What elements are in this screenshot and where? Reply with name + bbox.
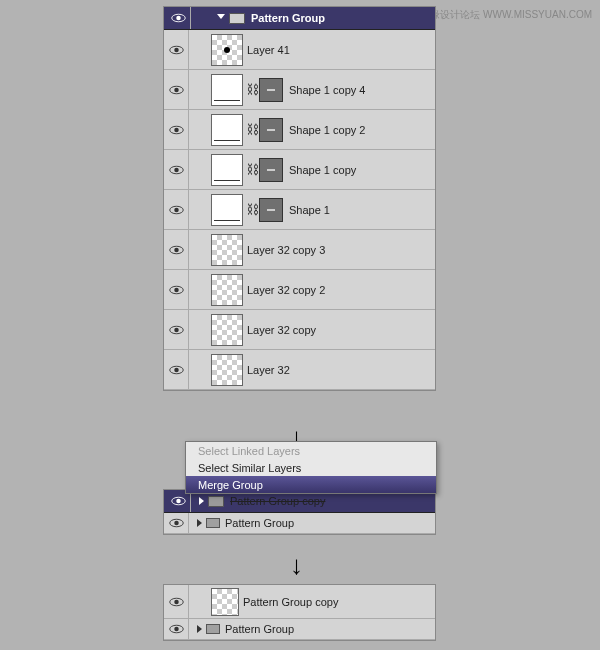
visibility-icon[interactable] (167, 201, 185, 219)
layer-label: Shape 1 (289, 204, 330, 216)
chevron-right-icon[interactable] (197, 519, 202, 527)
svg-point-3 (174, 47, 179, 52)
mask-thumbnail (259, 158, 283, 182)
group-label: Pattern Group (251, 12, 325, 24)
layer-label: Shape 1 copy 2 (289, 124, 365, 136)
visibility-icon[interactable] (167, 593, 185, 611)
group-header[interactable]: Pattern Group (164, 7, 435, 30)
layer-thumbnail (211, 114, 243, 146)
visibility-icon[interactable] (169, 492, 187, 510)
layer-thumbnail (211, 34, 243, 66)
svg-point-23 (174, 521, 179, 526)
layer-label: Pattern Group (225, 517, 294, 529)
watermark-url: WWW.MISSYUAN.COM (483, 9, 592, 20)
svg-point-25 (174, 599, 179, 604)
svg-point-13 (174, 247, 179, 252)
layer-thumbnail (211, 354, 243, 386)
layer-row[interactable]: Layer 32 copy 2 (164, 270, 435, 310)
folder-icon (206, 518, 220, 528)
layer-thumbnail (211, 154, 243, 186)
visibility-icon[interactable] (167, 241, 185, 259)
layer-label: Layer 32 copy (247, 324, 316, 336)
mask-thumbnail (259, 78, 283, 102)
link-icon: ⛓ (247, 122, 257, 137)
folder-icon (206, 624, 220, 634)
visibility-icon[interactable] (167, 81, 185, 99)
layer-row[interactable]: ⛓Shape 1 (164, 190, 435, 230)
layer-thumbnail (211, 194, 243, 226)
svg-point-27 (174, 627, 179, 632)
svg-point-19 (174, 367, 179, 372)
svg-point-9 (174, 167, 179, 172)
layer-row[interactable]: Layer 32 copy (164, 310, 435, 350)
layer-row[interactable]: Pattern Group (164, 513, 435, 534)
layer-row[interactable]: Layer 32 copy 3 (164, 230, 435, 270)
folder-icon (229, 13, 245, 24)
menu-select-similar[interactable]: Select Similar Layers (186, 459, 436, 476)
layer-row[interactable]: ⛓Shape 1 copy (164, 150, 435, 190)
chevron-down-icon[interactable] (217, 14, 225, 23)
svg-point-17 (174, 327, 179, 332)
layer-row[interactable]: Pattern Group copy (164, 585, 435, 619)
layer-label: Layer 32 (247, 364, 290, 376)
visibility-icon[interactable] (167, 161, 185, 179)
layer-label: Layer 32 copy 2 (247, 284, 325, 296)
svg-point-11 (174, 207, 179, 212)
layer-label: Layer 41 (247, 44, 290, 56)
svg-point-21 (176, 499, 181, 504)
layer-thumbnail (211, 234, 243, 266)
arrow-down-icon: ↓ (290, 550, 303, 581)
link-icon: ⛓ (247, 82, 257, 97)
folder-icon (208, 496, 224, 507)
visibility-icon[interactable] (167, 514, 185, 532)
layer-label: Layer 32 copy 3 (247, 244, 325, 256)
layer-thumbnail (211, 588, 239, 616)
link-icon: ⛓ (247, 162, 257, 177)
visibility-icon[interactable] (167, 41, 185, 59)
group-label: Pattern Group copy (230, 495, 325, 507)
layer-thumbnail (211, 314, 243, 346)
mask-thumbnail (259, 118, 283, 142)
layer-label: Pattern Group (225, 623, 294, 635)
layer-label: Shape 1 copy (289, 164, 356, 176)
context-menu: Select Linked Layers Select Similar Laye… (185, 441, 437, 494)
layers-panel-1: Pattern Group Layer 41⛓Shape 1 copy 4⛓Sh… (163, 6, 436, 391)
visibility-icon[interactable] (167, 321, 185, 339)
link-icon: ⛓ (247, 202, 257, 217)
chevron-right-icon[interactable] (199, 497, 204, 505)
mask-thumbnail (259, 198, 283, 222)
layer-label: Pattern Group copy (243, 596, 338, 608)
layer-row[interactable]: Layer 41 (164, 30, 435, 70)
visibility-icon[interactable] (169, 9, 187, 27)
layers-panel-2: Pattern Group copy Pattern Group (163, 489, 436, 535)
chevron-right-icon[interactable] (197, 625, 202, 633)
menu-merge-group[interactable]: Merge Group (186, 476, 436, 493)
menu-select-linked: Select Linked Layers (186, 442, 436, 459)
visibility-icon[interactable] (167, 121, 185, 139)
svg-point-5 (174, 87, 179, 92)
visibility-icon[interactable] (167, 620, 185, 638)
svg-point-1 (176, 16, 181, 21)
layer-row[interactable]: Layer 32 (164, 350, 435, 390)
layer-row[interactable]: Pattern Group (164, 619, 435, 640)
layer-thumbnail (211, 74, 243, 106)
layer-row[interactable]: ⛓Shape 1 copy 4 (164, 70, 435, 110)
visibility-icon[interactable] (167, 281, 185, 299)
layer-label: Shape 1 copy 4 (289, 84, 365, 96)
svg-point-15 (174, 287, 179, 292)
visibility-icon[interactable] (167, 361, 185, 379)
layer-row[interactable]: ⛓Shape 1 copy 2 (164, 110, 435, 150)
layers-panel-3: Pattern Group copy Pattern Group (163, 584, 436, 641)
layer-thumbnail (211, 274, 243, 306)
svg-point-7 (174, 127, 179, 132)
